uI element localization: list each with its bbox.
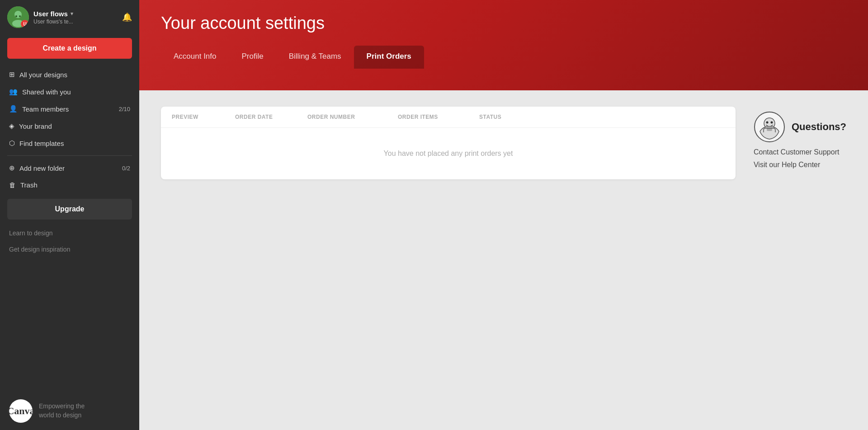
sidebar-header: U User flows ▾ User flows's te... 🔔: [0, 0, 139, 34]
trash-label: Trash: [20, 181, 38, 189]
sidebar-label: All your designs: [19, 71, 67, 79]
tab-print-orders[interactable]: Print Orders: [354, 46, 424, 69]
trash-icon: 🗑: [9, 181, 16, 189]
workspace-subtitle: User flows's te...: [33, 19, 106, 25]
workspace-name[interactable]: User flows ▾: [33, 10, 118, 18]
brand-icon: ◈: [9, 122, 14, 130]
support-box: Questions? Contact Customer Support Visi…: [754, 107, 846, 170]
support-icon-container: Questions?: [754, 111, 846, 143]
upgrade-button[interactable]: Upgrade: [7, 199, 132, 220]
designs-icon: ⊞: [9, 70, 15, 79]
folder-badge: 0/2: [122, 165, 130, 172]
sidebar-item-learn[interactable]: Learn to design: [0, 225, 139, 241]
sidebar-item-inspiration[interactable]: Get design inspiration: [0, 241, 139, 257]
table-header: PREVIEW ORDER DATE ORDER NUMBER ORDER IT…: [161, 107, 736, 128]
sidebar-nav-secondary: ⊕ Add new folder 0/2 🗑 Trash: [0, 159, 139, 193]
help-center-link[interactable]: Visit our Help Center: [754, 160, 820, 170]
top-header: Your account settings Account Info Profi…: [139, 0, 868, 90]
content-area: PREVIEW ORDER DATE ORDER NUMBER ORDER IT…: [139, 90, 868, 430]
canva-brand: Canva Empowering theworld to design: [0, 392, 139, 430]
sidebar: U User flows ▾ User flows's te... 🔔 Crea…: [0, 0, 139, 430]
chevron-down-icon: ▾: [71, 11, 73, 17]
sidebar-item-templates[interactable]: ⬡ Find templates: [4, 135, 136, 152]
sidebar-item-team[interactable]: 👤 Team members 2/10: [4, 100, 136, 117]
svg-point-7: [766, 122, 768, 124]
sidebar-label: Your brand: [19, 122, 52, 130]
tab-billing[interactable]: Billing & Teams: [276, 46, 354, 69]
sidebar-label: Find templates: [19, 140, 64, 147]
col-order-items: ORDER ITEMS: [398, 114, 479, 120]
svg-point-3: [15, 15, 17, 17]
svg-rect-9: [767, 126, 772, 131]
sidebar-item-brand[interactable]: ◈ Your brand: [4, 117, 136, 135]
support-avatar-icon: [754, 111, 785, 143]
tab-profile[interactable]: Profile: [229, 46, 276, 69]
sidebar-nav: ⊞ All your designs 👥 Shared with you 👤 T…: [0, 66, 139, 152]
shared-icon: 👥: [9, 88, 18, 96]
canva-tagline: Empowering theworld to design: [39, 402, 85, 420]
add-folder-label: Add new folder: [19, 164, 65, 172]
page-title: Your account settings: [161, 14, 846, 33]
workspace-info: User flows ▾ User flows's te...: [33, 10, 118, 25]
tabs: Account Info Profile Billing & Teams Pri…: [161, 46, 846, 69]
team-icon: 👤: [9, 105, 18, 113]
col-status: STATUS: [479, 114, 725, 120]
bell-icon[interactable]: 🔔: [122, 12, 132, 22]
team-badge: 2/10: [119, 106, 130, 112]
main-content: Your account settings Account Info Profi…: [139, 0, 868, 430]
sidebar-item-trash[interactable]: 🗑 Trash: [4, 177, 136, 193]
avatar-badge: U: [21, 20, 29, 28]
divider: [7, 155, 132, 156]
tab-account-info[interactable]: Account Info: [161, 46, 229, 69]
sidebar-label: Shared with you: [22, 88, 71, 96]
svg-point-1: [14, 11, 22, 18]
sidebar-item-shared[interactable]: 👥 Shared with you: [4, 83, 136, 100]
sidebar-item-all-designs[interactable]: ⊞ All your designs: [4, 66, 136, 83]
col-order-number: ORDER NUMBER: [307, 114, 398, 120]
col-order-date: ORDER DATE: [235, 114, 307, 120]
sidebar-label: Team members: [22, 105, 69, 113]
svg-point-8: [770, 122, 773, 124]
svg-point-4: [19, 15, 21, 17]
contact-support-link[interactable]: Contact Customer Support: [754, 147, 839, 157]
table-empty-message: You have not placed any print orders yet: [161, 128, 736, 179]
col-preview: PREVIEW: [172, 114, 235, 120]
create-design-button[interactable]: Create a design: [7, 38, 132, 59]
templates-icon: ⬡: [9, 139, 15, 147]
sidebar-item-add-folder[interactable]: ⊕ Add new folder 0/2: [4, 159, 136, 177]
add-icon: ⊕: [9, 164, 15, 172]
canva-logo: Canva: [9, 399, 33, 423]
orders-table: PREVIEW ORDER DATE ORDER NUMBER ORDER IT…: [161, 107, 736, 179]
avatar[interactable]: U: [7, 6, 29, 28]
questions-label: Questions?: [792, 121, 846, 133]
